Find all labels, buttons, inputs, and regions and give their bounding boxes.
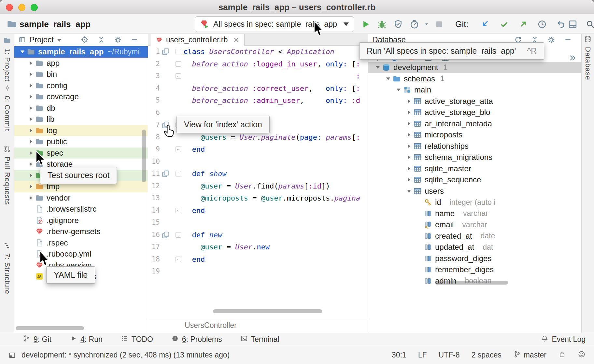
git-update-button[interactable] [478,16,492,33]
chevron-right-icon[interactable] [27,161,35,168]
tool-stripe-database[interactable]: Database [582,35,594,80]
code-line-5[interactable]: 5 before_action :admin_user, only: :d [148,94,368,107]
breadcrumb[interactable]: UsersController [185,321,237,330]
tool-window-button-6-problems[interactable]: 6: Problems [171,335,222,344]
chevron-right-icon[interactable] [27,127,35,134]
db-tree-row-development[interactable]: development1 [368,62,581,73]
view-action-gutter-icon[interactable] [161,47,170,56]
code-line-2[interactable]: 2− before_action :logged_in_user, only: … [148,58,368,70]
tool-window-button-todo[interactable]: TODO [121,335,153,344]
code-line-11[interactable]: 11− def show [148,168,368,180]
tool-stripe-pull-requests[interactable]: Pull Requests [0,145,14,205]
fold-collapse-icon[interactable]: − [176,61,181,67]
db-tree-row-main[interactable]: main [368,84,581,96]
tool-stripe-0-commit[interactable]: 0: Commit [0,84,14,131]
fold-end-icon[interactable]: ¬ [176,257,181,262]
project-breadcrumb[interactable]: sample_rails_app [20,14,91,34]
tool-stripe-1-project[interactable]: 1: Project [0,36,14,82]
code-line-14[interactable]: 14¬ end [148,204,368,217]
indent-style[interactable]: 2 spaces [472,351,502,359]
chevron-right-icon[interactable] [405,176,413,183]
code-line-4[interactable]: 4 before_action :correct_user, only: [: [148,82,368,95]
chevron-right-icon[interactable] [405,131,413,138]
view-action-gutter-icon[interactable] [161,231,170,239]
project-tree-row-.gitignore[interactable]: .gitignore [14,215,148,226]
git-commit-button[interactable] [497,16,511,33]
project-tree-row-.rbenv-gemsets[interactable]: .rbenv-gemsets [14,226,148,237]
chevron-right-icon[interactable] [27,82,35,89]
minus-button[interactable] [130,35,139,44]
db-tree-row-password_diges[interactable]: password_diges [368,253,581,264]
close-icon[interactable]: × [233,37,239,43]
code-line-10[interactable]: 10 [148,156,368,168]
db-tree-row-created_at[interactable]: created_atdate [368,231,581,242]
db-tree-row-remember_diges[interactable]: remember_diges [368,264,581,275]
chevron-right-icon[interactable] [405,109,413,116]
db-tree-row-active_storage_atta[interactable]: active_storage_atta [368,96,581,107]
project-tree-row-.rspec[interactable]: .rspec [14,237,148,249]
database-horizontal-scrollbar[interactable] [435,281,508,285]
chevron-down-icon[interactable] [19,48,26,55]
db-tree-row-microposts[interactable]: microposts [368,129,581,141]
code-line-16[interactable]: 16− def new [148,229,368,241]
tool-window-button-4-run[interactable]: 4: Run [70,335,103,344]
chevron-down-icon[interactable] [57,39,62,42]
collapse-button[interactable] [97,35,106,44]
project-tree-row-lib[interactable]: lib [14,114,148,125]
project-tree-row-sample_rails_app[interactable]: sample_rails_app~/Rubymi [14,46,148,58]
fold-end-icon[interactable]: ¬ [176,147,181,152]
coverage-button[interactable] [391,16,405,33]
tool-stripe-7-structure[interactable]: 7: Structure [0,242,14,294]
project-tree-row-app[interactable]: app [14,58,148,69]
run-configuration-select[interactable]: All specs in spec: sample_rails_app [195,16,354,32]
db-tree-row-ar_internal_metada[interactable]: ar_internal_metada [368,118,581,130]
chevron-down-icon[interactable] [385,75,392,82]
tool-window-switcher-icon[interactable] [8,351,16,359]
fold-collapse-icon[interactable]: − [176,49,181,54]
chevron-right-icon[interactable] [27,105,35,112]
project-tree-row-config[interactable]: config [14,80,148,91]
tab-users-controller[interactable]: users_controller.rb × [150,34,245,46]
db-tree-row-id[interactable]: idinteger (auto i [368,197,581,208]
db-tree-row-active_storage_blo[interactable]: active_storage_blo [368,107,581,118]
project-panel-title[interactable]: Project [29,35,54,44]
chevron-right-icon[interactable] [27,183,35,190]
tool-windows-button[interactable] [565,16,580,33]
code-line-9[interactable]: 9¬ end [148,143,368,156]
history-button[interactable] [535,16,549,33]
db-tree-row-schema_migrations[interactable]: schema_migrations [368,152,581,163]
project-vertical-scrollbar[interactable] [142,130,146,182]
code-line-19[interactable]: 19 [148,265,368,278]
project-tree-row-log[interactable]: log [14,125,148,136]
editor-horizontal-scrollbar[interactable] [213,309,322,313]
gear-button[interactable] [114,35,122,44]
db-tree-row-name[interactable]: namevarchar [368,208,581,219]
profiler-button[interactable] [407,16,421,33]
fold-collapse-icon[interactable]: − [176,171,181,176]
chevron-right-icon[interactable] [27,116,35,123]
db-tree-row-schemas[interactable]: schemas1 [368,73,581,85]
chevron-down-icon[interactable] [405,188,413,195]
db-tree-row-email[interactable]: emailvarchar [368,219,581,231]
code-line-17[interactable]: 17 @user = User.new [148,241,368,253]
dropdown-arrow-button[interactable] [423,16,430,33]
tool-window-button-event-log[interactable]: Event Log [541,335,586,344]
chevron-right-icon[interactable] [405,120,413,127]
search-button[interactable] [583,16,594,33]
code-area[interactable]: 1−class UsersController < Application2− … [148,46,368,278]
fold-end-icon[interactable]: ¬ [176,73,181,79]
caret-position[interactable]: 30:1 [392,351,406,359]
code-line-12[interactable]: 12 @user = User.find(params[:id]) [148,180,368,192]
db-tree-row-updated_at[interactable]: updated_atdat [368,242,581,253]
code-line-15[interactable]: 15 [148,217,368,229]
db-tree-row-sqlite_master[interactable]: sqlite_master [368,163,581,175]
fold-end-icon[interactable]: ¬ [176,208,181,213]
lock-icon[interactable] [558,350,566,360]
line-separator[interactable]: LF [418,351,427,359]
project-tree-row-bin[interactable]: bin [14,69,148,80]
chevron-down-icon[interactable] [374,64,381,71]
project-tree-row-.rubocop.yml[interactable]: Y.rubocop.yml [14,248,148,260]
bug-button[interactable] [375,16,389,33]
chevron-right-icon[interactable] [27,71,35,78]
chevron-right-icon[interactable] [27,172,35,179]
